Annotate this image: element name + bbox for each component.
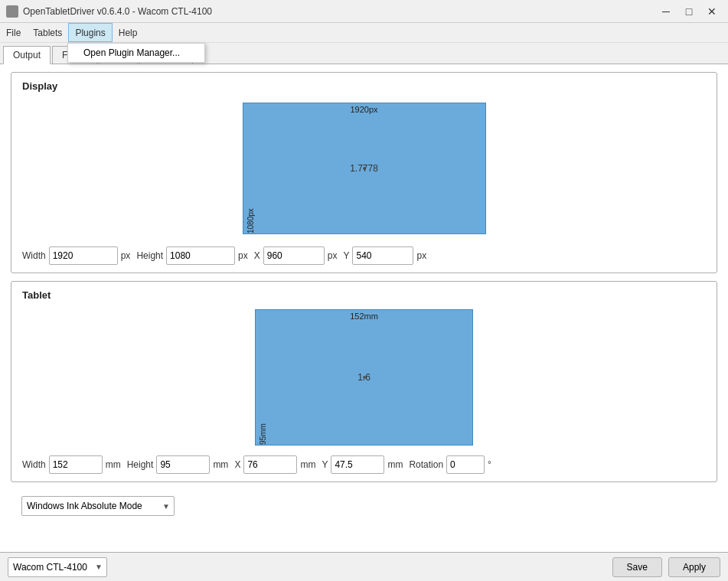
tablet-x-label-text: X bbox=[234, 459, 240, 470]
open-plugin-manager[interactable]: Open Plugin Manager... bbox=[68, 44, 204, 62]
display-y-label-text: Y bbox=[343, 250, 349, 261]
tablet-rotation-input[interactable] bbox=[446, 455, 485, 474]
display-width-input[interactable] bbox=[49, 246, 118, 265]
tablet-y-input[interactable] bbox=[331, 455, 384, 474]
mode-select[interactable]: Windows Ink Absolute Mode Absolute Mode … bbox=[21, 496, 175, 516]
tab-output[interactable]: Output bbox=[3, 46, 51, 64]
menu-tablets[interactable]: Tablets bbox=[27, 23, 68, 42]
device-select[interactable]: Wacom CTL-4100 bbox=[8, 557, 107, 577]
tablet-height-input[interactable] bbox=[156, 455, 210, 474]
tablet-ratio-label: 1.6 bbox=[357, 372, 371, 383]
display-ratio-label: 1.7778 bbox=[350, 163, 378, 174]
display-y-input[interactable] bbox=[352, 246, 413, 265]
tablet-width-group: Width mm bbox=[22, 455, 121, 474]
menu-plugins[interactable]: Plugins bbox=[68, 23, 112, 42]
display-y-group: Y px bbox=[343, 246, 426, 265]
tablet-height-group: Height mm bbox=[127, 455, 229, 474]
display-canvas-area: 1920px 1080px 1.7778 bbox=[22, 100, 706, 237]
mode-select-wrapper: Windows Ink Absolute Mode Absolute Mode … bbox=[21, 496, 175, 516]
footer-left: Wacom CTL-4100 ▼ bbox=[8, 557, 107, 577]
mode-section: Windows Ink Absolute Mode Absolute Mode … bbox=[11, 490, 717, 522]
tablet-height-label: 95mm bbox=[259, 310, 267, 445]
display-height-unit: px bbox=[238, 250, 248, 261]
title-bar: OpenTabletDriver v0.6.4.0 - Wacom CTL-41… bbox=[0, 0, 728, 23]
tablet-y-label-text: Y bbox=[322, 459, 328, 470]
tablet-rotation-unit: ° bbox=[488, 459, 491, 470]
display-section: Display 1920px 1080px 1.7778 Width px He… bbox=[11, 72, 717, 273]
display-width-label-text: Width bbox=[22, 250, 46, 261]
display-width-label: 1920px bbox=[243, 105, 485, 114]
display-y-unit: px bbox=[416, 250, 426, 261]
window-controls: ─ □ ✕ bbox=[656, 3, 722, 20]
display-width-unit: px bbox=[121, 250, 131, 261]
display-height-label: 1080px bbox=[246, 103, 255, 233]
main-content: Display 1920px 1080px 1.7778 Width px He… bbox=[0, 64, 728, 552]
display-title: Display bbox=[22, 80, 706, 92]
tablet-width-label-text: Width bbox=[22, 459, 46, 470]
display-x-label-text: X bbox=[254, 250, 260, 261]
tablet-rotation-group: Rotation ° bbox=[409, 455, 491, 474]
tablet-y-unit: mm bbox=[387, 459, 403, 470]
tablet-rotation-label-text: Rotation bbox=[409, 459, 443, 470]
tablet-height-unit: mm bbox=[213, 459, 228, 470]
tablet-x-input[interactable] bbox=[243, 455, 297, 474]
footer-buttons: Save Apply bbox=[612, 557, 720, 577]
display-width-group: Width px bbox=[22, 246, 130, 265]
app-icon bbox=[6, 5, 18, 18]
display-height-input[interactable] bbox=[166, 246, 235, 265]
tablet-input-row: Width mm Height mm X mm Y mm Rotation bbox=[22, 455, 706, 474]
display-height-label-text: Height bbox=[136, 250, 163, 261]
menu-help[interactable]: Help bbox=[113, 23, 144, 42]
tablet-x-group: X mm bbox=[234, 455, 315, 474]
save-button[interactable]: Save bbox=[612, 557, 662, 577]
tablet-width-input[interactable] bbox=[49, 455, 103, 474]
footer: Wacom CTL-4100 ▼ Save Apply bbox=[0, 552, 728, 581]
menu-bar: File Tablets Plugins Help bbox=[0, 23, 728, 43]
close-button[interactable]: ✕ bbox=[702, 3, 722, 20]
tablet-title: Tablet bbox=[22, 289, 706, 301]
tablet-canvas-area: 152mm 95mm 1.6 bbox=[22, 308, 706, 446]
menu-file[interactable]: File bbox=[0, 23, 27, 42]
tablet-x-unit: mm bbox=[300, 459, 315, 470]
maximize-button[interactable]: □ bbox=[679, 3, 699, 20]
minimize-button[interactable]: ─ bbox=[656, 3, 676, 20]
apply-button[interactable]: Apply bbox=[668, 557, 720, 577]
tablet-section: Tablet 152mm 95mm 1.6 Width mm Height mm… bbox=[11, 281, 717, 482]
tablet-height-label-text: Height bbox=[127, 459, 154, 470]
device-select-wrapper: Wacom CTL-4100 ▼ bbox=[8, 557, 107, 577]
tablet-width-label: 152mm bbox=[256, 312, 472, 321]
tablet-visualization: 152mm 95mm 1.6 bbox=[255, 309, 473, 446]
window-title: OpenTabletDriver v0.6.4.0 - Wacom CTL-41… bbox=[23, 6, 212, 17]
display-x-unit: px bbox=[328, 250, 338, 261]
plugin-dropdown: Open Plugin Manager... bbox=[67, 43, 205, 63]
display-height-group: Height px bbox=[136, 246, 247, 265]
display-visualization: 1920px 1080px 1.7778 bbox=[243, 103, 486, 234]
tablet-width-unit: mm bbox=[106, 459, 121, 470]
tablet-y-group: Y mm bbox=[322, 455, 403, 474]
display-x-group: X px bbox=[254, 246, 338, 265]
display-x-input[interactable] bbox=[263, 246, 325, 265]
display-input-row: Width px Height px X px Y px bbox=[22, 246, 706, 265]
device-selector: Wacom CTL-4100 ▼ bbox=[8, 557, 107, 577]
